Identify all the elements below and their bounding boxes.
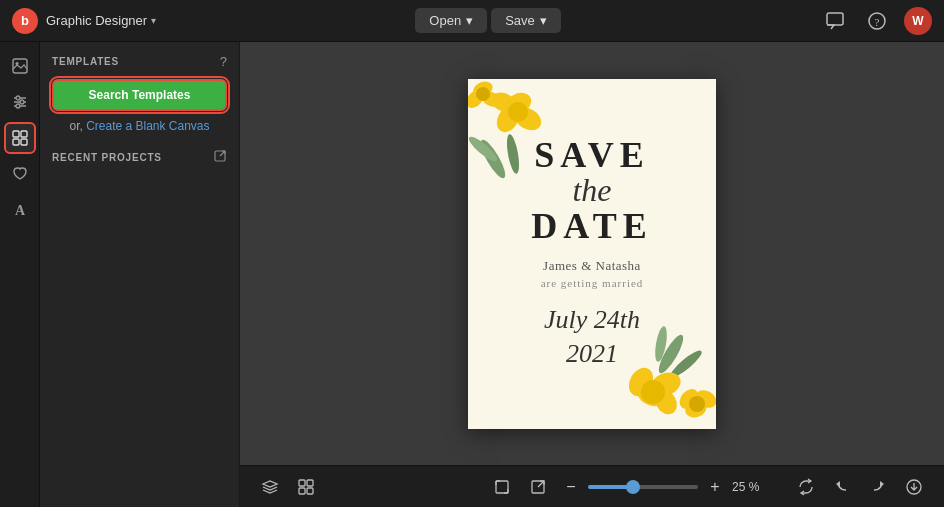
main-content: A Templates ? Search Templates or, Creat… (0, 42, 944, 507)
sidebar-icon-filters[interactable] (4, 86, 36, 118)
sidebar-icon-text[interactable]: A (4, 194, 36, 226)
card-names-text: James & Natasha (531, 258, 652, 274)
chat-icon-button[interactable] (820, 6, 850, 36)
zoom-in-button[interactable]: + (704, 476, 726, 498)
recent-projects-export-icon[interactable] (213, 149, 227, 166)
search-templates-button[interactable]: Search Templates (52, 79, 227, 111)
grid-view-button[interactable] (292, 473, 320, 501)
svg-rect-45 (496, 481, 508, 493)
svg-point-28 (476, 87, 490, 101)
card-subtitle-text: are getting married (531, 277, 652, 289)
panel-header: Templates ? (52, 54, 227, 69)
svg-rect-43 (299, 488, 305, 494)
zoom-out-button[interactable]: − (560, 476, 582, 498)
svg-point-19 (468, 133, 500, 164)
svg-rect-12 (21, 131, 27, 137)
app-logo[interactable]: b (12, 8, 38, 34)
svg-point-8 (16, 96, 20, 100)
app-title-btn[interactable]: Graphic Designer ▾ (46, 13, 156, 28)
layers-button[interactable] (256, 473, 284, 501)
svg-rect-13 (13, 139, 19, 145)
zoom-controls: − + 25 % (560, 476, 768, 498)
zoom-percentage: 25 % (732, 480, 768, 494)
card-save-text: SAVE (531, 137, 652, 173)
svg-point-24 (508, 102, 528, 122)
card-the-text: the (531, 173, 652, 208)
panel-help-icon[interactable]: ? (220, 54, 227, 69)
help-button[interactable]: ? (862, 6, 892, 36)
icon-sidebar: A (0, 42, 40, 507)
templates-panel: Templates ? Search Templates or, Create … (40, 42, 240, 507)
svg-point-10 (16, 104, 20, 108)
canvas-viewport[interactable]: SAVE the DATE James & Natasha are gettin… (240, 42, 944, 465)
sidebar-icon-favorites[interactable] (4, 158, 36, 190)
app-title-chevron-icon: ▾ (151, 15, 156, 26)
app-title-text: Graphic Designer (46, 13, 147, 28)
create-blank-prefix: or, (69, 119, 82, 133)
svg-rect-14 (21, 139, 27, 145)
undo-button[interactable] (828, 473, 856, 501)
sidebar-icon-templates[interactable] (4, 122, 36, 154)
canvas-area: SAVE the DATE James & Natasha are gettin… (240, 42, 944, 507)
card-date-text: DATE (531, 208, 652, 244)
svg-rect-44 (307, 488, 313, 494)
repeat-button[interactable] (792, 473, 820, 501)
user-avatar[interactable]: W (904, 7, 932, 35)
svg-rect-0 (827, 13, 843, 25)
svg-rect-11 (13, 131, 19, 137)
recent-projects-header: Recent Projects (52, 149, 227, 166)
open-button[interactable]: Open ▾ (415, 8, 487, 33)
recent-projects-section: Recent Projects (52, 149, 227, 174)
create-blank-text[interactable]: Create a Blank Canvas (86, 119, 209, 133)
panel-title: Templates (52, 56, 119, 67)
sidebar-icon-image[interactable] (4, 50, 36, 82)
topbar-right: ? W (820, 6, 932, 36)
svg-text:?: ? (875, 16, 880, 28)
recent-projects-title: Recent Projects (52, 152, 162, 163)
bottom-bar: − + 25 % (240, 465, 944, 507)
svg-point-40 (689, 396, 705, 412)
bottom-right-actions (792, 473, 928, 501)
svg-rect-41 (299, 480, 305, 486)
card-date-script: July 24th 2021 (531, 303, 652, 371)
topbar-center: Open ▾ Save ▾ (415, 8, 560, 33)
svg-point-36 (641, 380, 665, 404)
zoom-slider[interactable] (588, 485, 698, 489)
topbar: b Graphic Designer ▾ Open ▾ Save ▾ ? W (0, 0, 944, 42)
svg-text:A: A (14, 203, 25, 218)
svg-point-9 (20, 100, 24, 104)
redo-button[interactable] (864, 473, 892, 501)
resize-button[interactable] (488, 473, 516, 501)
card-text: SAVE the DATE James & Natasha are gettin… (531, 137, 652, 371)
svg-point-18 (505, 133, 522, 174)
wedding-card: SAVE the DATE James & Natasha are gettin… (468, 79, 716, 429)
export-button[interactable] (524, 473, 552, 501)
create-blank-link[interactable]: or, Create a Blank Canvas (52, 119, 227, 133)
save-button[interactable]: Save ▾ (491, 8, 561, 33)
download-button[interactable] (900, 473, 928, 501)
svg-rect-42 (307, 480, 313, 486)
